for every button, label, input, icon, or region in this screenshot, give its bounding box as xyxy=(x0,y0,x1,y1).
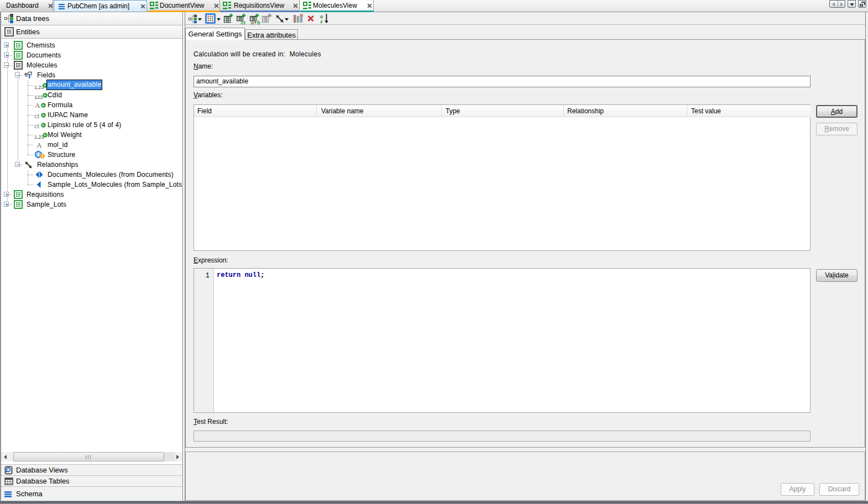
svg-text:z: z xyxy=(320,18,323,24)
svg-text:F: F xyxy=(28,74,32,80)
svg-text:b: b xyxy=(257,19,260,24)
svg-text:ct: ct xyxy=(241,19,246,24)
